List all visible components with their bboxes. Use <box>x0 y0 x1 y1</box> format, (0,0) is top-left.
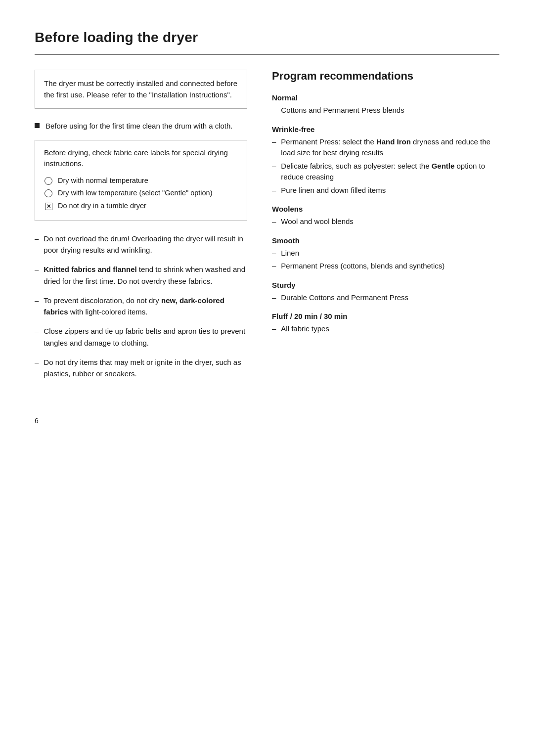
program-item-wf-1: – Permanent Press: select the Hand Iron … <box>272 136 499 159</box>
program-section-normal: Normal – Cottons and Permanent Press ble… <box>272 93 499 116</box>
program-heading-wrinkle-free: Wrinkle-free <box>272 125 499 133</box>
dash-item-3-text: To prevent discoloration, do not dry new… <box>44 295 247 318</box>
info-box: The dryer must be correctly installed an… <box>35 70 247 109</box>
program-item-fluff-1-text: All fabric types <box>281 323 329 335</box>
dash-icon-5: – <box>35 356 39 380</box>
main-layout: The dryer must be correctly installed an… <box>35 70 499 387</box>
program-heading-sturdy: Sturdy <box>272 281 499 289</box>
program-section-woolens: Woolens – Wool and wool blends <box>272 205 499 227</box>
program-item-woolens-1: – Wool and wool blends <box>272 216 499 227</box>
program-item-woolens-1-text: Wool and wool blends <box>281 216 353 227</box>
program-heading-woolens: Woolens <box>272 205 499 213</box>
program-item-smooth-1: – Linen <box>272 248 499 259</box>
program-item-wf-2: – Delicate fabrics, such as polyester: s… <box>272 161 499 183</box>
title-divider <box>35 54 499 55</box>
dash-icon-woolens-1: – <box>272 216 276 227</box>
program-item-sturdy-1: – Durable Cottons and Permanent Press <box>272 292 499 304</box>
program-item-normal-1-text: Cottons and Permanent Press blends <box>281 105 404 116</box>
dash-item-1-text: Do not overload the drum! Overloading th… <box>44 233 247 256</box>
dash-icon-fluff-1: – <box>272 323 276 335</box>
bullet-item-text: Before using for the first time clean th… <box>45 121 233 132</box>
fabric-care-box: Before drying, check fabric care labels … <box>35 140 247 221</box>
program-item-wf-3: – Pure linen and down filled items <box>272 185 499 196</box>
dash-item-4-text: Close zippers and tie up fabric belts an… <box>44 325 247 349</box>
dash-item-5-text: Do not dry items that may melt or ignite… <box>44 356 247 380</box>
program-section-wrinkle-free: Wrinkle-free – Permanent Press: select t… <box>272 125 499 196</box>
fabric-care-intro: Before drying, check fabric care labels … <box>44 147 238 170</box>
dash-icon-wf-1: – <box>272 136 276 159</box>
dash-icon-wf-2: – <box>272 161 276 183</box>
dash-item-3: – To prevent discoloration, do not dry n… <box>35 295 247 318</box>
program-section-sturdy: Sturdy – Durable Cottons and Permanent P… <box>272 281 499 304</box>
dash-item-2-bold: Knitted fabrics and flannel <box>44 265 136 273</box>
left-column: The dryer must be correctly installed an… <box>35 70 247 387</box>
symbol-text-low-temp: Dry with low temperature (select "Gentle… <box>58 188 213 199</box>
page-title: Before loading the dryer <box>35 30 499 45</box>
checkbox-no-dry-icon: ✕ <box>44 202 53 211</box>
program-item-wf-1-text: Permanent Press: select the Hand Iron dr… <box>281 136 499 159</box>
program-item-smooth-1-text: Linen <box>281 248 299 259</box>
program-recommendations-title: Program recommendations <box>272 70 499 83</box>
dash-icon-2: – <box>35 264 39 287</box>
symbol-item-normal-temp: Dry with normal temperature <box>44 176 238 186</box>
dash-icon-smooth-2: – <box>272 261 276 272</box>
dash-item-4: – Close zippers and tie up fabric belts … <box>35 325 247 349</box>
dash-icon-sturdy-1: – <box>272 292 276 304</box>
bullet-square-icon <box>35 123 40 128</box>
dash-icon-wf-3: – <box>272 185 276 196</box>
dash-icon-1: – <box>35 233 39 256</box>
program-section-fluff: Fluff / 20 min / 30 min – All fabric typ… <box>272 312 499 335</box>
dash-icon-3: – <box>35 295 39 318</box>
program-item-sturdy-1-text: Durable Cottons and Permanent Press <box>281 292 408 304</box>
symbol-item-low-temp: Dry with low temperature (select "Gentle… <box>44 188 238 199</box>
symbol-text-no-dry: Do not dry in a tumble dryer <box>58 201 146 212</box>
program-item-fluff-1: – All fabric types <box>272 323 499 335</box>
dash-item-2: – Knitted fabrics and flannel tend to sh… <box>35 264 247 287</box>
dash-item-2-text: Knitted fabrics and flannel tend to shri… <box>44 264 247 287</box>
program-heading-fluff: Fluff / 20 min / 30 min <box>272 312 499 320</box>
right-column: Program recommendations Normal – Cottons… <box>272 70 499 344</box>
program-item-normal-1: – Cottons and Permanent Press blends <box>272 105 499 116</box>
symbol-text-normal-temp: Dry with normal temperature <box>58 176 148 186</box>
program-section-smooth: Smooth – Linen – Permanent Press (cotton… <box>272 236 499 272</box>
program-item-wf-3-text: Pure linen and down filled items <box>281 185 386 196</box>
hand-iron-bold: Hand Iron <box>376 137 411 146</box>
program-item-smooth-2: – Permanent Press (cottons, blends and s… <box>272 261 499 272</box>
program-heading-smooth: Smooth <box>272 236 499 245</box>
bullet-item: Before using for the first time clean th… <box>35 121 247 132</box>
dash-item-3-bold: new, dark-colored fabrics <box>44 296 224 316</box>
dash-item-1: – Do not overload the drum! Overloading … <box>35 233 247 256</box>
circle-normal-icon <box>44 177 53 185</box>
dash-icon-4: – <box>35 325 39 349</box>
program-heading-normal: Normal <box>272 93 499 102</box>
dash-icon-smooth-1: – <box>272 248 276 259</box>
dash-item-5: – Do not dry items that may melt or igni… <box>35 356 247 380</box>
dash-icon-normal-1: – <box>272 105 276 116</box>
circle-low-icon <box>44 189 53 198</box>
info-box-text: The dryer must be correctly installed an… <box>44 79 237 99</box>
program-item-wf-2-text: Delicate fabrics, such as polyester: sel… <box>281 161 499 183</box>
page-number: 6 <box>35 417 499 425</box>
symbol-item-no-dry: ✕ Do not dry in a tumble dryer <box>44 201 238 212</box>
program-item-smooth-2-text: Permanent Press (cottons, blends and syn… <box>281 261 445 272</box>
gentle-bold: Gentle <box>432 162 455 170</box>
